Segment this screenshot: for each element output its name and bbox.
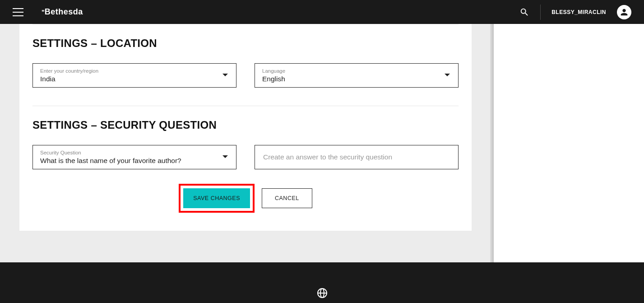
- search-icon[interactable]: [519, 7, 529, 17]
- save-button[interactable]: SAVE CHANGES: [183, 188, 250, 208]
- page-body: SETTINGS – LOCATION Enter your country/r…: [0, 24, 644, 303]
- settings-card: SETTINGS – LOCATION Enter your country/r…: [19, 24, 472, 231]
- header: " Bethesda BLESSY_MIRACLIN: [0, 0, 644, 24]
- chevron-down-icon: [445, 74, 450, 77]
- footer: [0, 262, 644, 303]
- menu-icon[interactable]: [13, 8, 23, 16]
- location-section-title: SETTINGS – LOCATION: [19, 24, 472, 50]
- security-question-value: What is the last name of your favorite a…: [40, 157, 229, 164]
- country-select[interactable]: Enter your country/region India: [32, 63, 236, 88]
- security-section-title: SETTINGS – SECURITY QUESTION: [19, 106, 472, 131]
- security-question-select[interactable]: Security Question What is the last name …: [32, 145, 236, 169]
- country-value: India: [40, 75, 229, 83]
- language-label: Language: [262, 69, 451, 74]
- below-card-space: [0, 231, 494, 260]
- side-column: [494, 24, 644, 303]
- brand-logo[interactable]: " Bethesda: [42, 7, 83, 17]
- cancel-button[interactable]: CANCEL: [262, 188, 312, 208]
- language-value: English: [262, 75, 451, 83]
- security-answer-input[interactable]: [255, 145, 459, 169]
- header-left: " Bethesda: [13, 7, 83, 17]
- security-form-row: Security Question What is the last name …: [19, 131, 472, 169]
- brand-logo-mark: ": [42, 9, 44, 16]
- main-column: SETTINGS – LOCATION Enter your country/r…: [0, 24, 494, 303]
- header-right: BLESSY_MIRACLIN: [519, 5, 631, 20]
- brand-text: Bethesda: [45, 7, 83, 17]
- chevron-down-icon: [222, 155, 228, 159]
- country-label: Enter your country/region: [40, 69, 229, 74]
- avatar[interactable]: [617, 5, 631, 19]
- language-select[interactable]: Language English: [255, 63, 459, 88]
- form-actions: SAVE CHANGES CANCEL: [19, 169, 472, 213]
- security-question-label: Security Question: [40, 150, 229, 156]
- location-form-row: Enter your country/region India Language…: [19, 50, 472, 88]
- save-highlight: SAVE CHANGES: [179, 184, 255, 213]
- globe-icon[interactable]: [317, 288, 328, 300]
- chevron-down-icon: [222, 74, 228, 77]
- username-label[interactable]: BLESSY_MIRACLIN: [551, 9, 606, 15]
- header-divider: [540, 5, 541, 20]
